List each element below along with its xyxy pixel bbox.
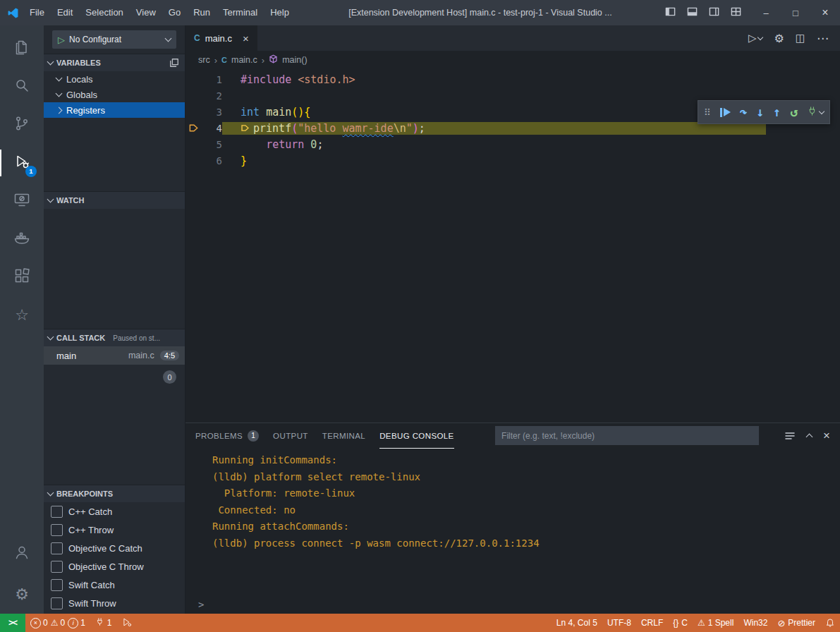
watch-section-header[interactable]: WATCH: [44, 191, 185, 209]
activity-extensions[interactable]: [0, 258, 44, 296]
activity-accounts[interactable]: [0, 535, 44, 573]
star-icon: ☆: [15, 308, 29, 323]
debug-status[interactable]: [117, 614, 137, 632]
run-or-debug-button[interactable]: ▷: [748, 32, 763, 44]
breakpoint-label: C++ Catch: [68, 506, 112, 517]
breakpoint-item[interactable]: C++ Catch: [44, 502, 185, 521]
panel-tab-terminal[interactable]: TERMINAL: [322, 423, 365, 449]
activity-settings[interactable]: ⚙: [0, 576, 44, 614]
breakpoint-checkbox[interactable]: [51, 506, 63, 518]
activity-explorer[interactable]: [0, 30, 44, 68]
breakpoint-item[interactable]: Swift Throw: [44, 594, 185, 612]
code-token: int: [241, 106, 266, 119]
maximize-button[interactable]: □: [781, 0, 810, 25]
code-token: return: [266, 138, 304, 151]
breadcrumb-symbol[interactable]: main(): [282, 55, 307, 65]
eol-status[interactable]: CRLF: [636, 614, 668, 632]
variables-item-registers[interactable]: Registers: [44, 102, 185, 118]
breakpoint-item[interactable]: Objective C Catch: [44, 539, 185, 557]
menu-terminal[interactable]: Terminal: [217, 0, 264, 25]
spell-status[interactable]: ⚠ 1 Spell: [693, 614, 738, 632]
code-token: ": [406, 122, 413, 135]
breakpoint-checkbox[interactable]: [51, 542, 63, 554]
console-filter-input[interactable]: [495, 426, 759, 445]
breakpoint-checkbox[interactable]: [51, 597, 63, 609]
menu-view[interactable]: View: [130, 0, 162, 25]
menu-run[interactable]: Run: [187, 0, 217, 25]
menu-help[interactable]: Help: [264, 0, 296, 25]
cursor-position[interactable]: Ln 4, Col 5: [552, 614, 602, 632]
breadcrumb-file[interactable]: main.c: [231, 55, 257, 65]
split-editor-icon[interactable]: ◫: [796, 32, 805, 44]
code-editor[interactable]: 1#include <stdio.h>23int main(){4printf(…: [185, 69, 840, 423]
toggle-panel-icon[interactable]: [687, 6, 698, 19]
activity-source-control[interactable]: [0, 106, 44, 144]
minimize-button[interactable]: –: [751, 0, 781, 25]
breakpoints-section-header[interactable]: BREAKPOINTS: [44, 485, 185, 502]
breakpoint-checkbox[interactable]: [51, 579, 63, 591]
encoding-status[interactable]: UTF-8: [602, 614, 636, 632]
close-panel-icon[interactable]: ×: [823, 429, 830, 443]
variables-item-locals[interactable]: Locals: [44, 71, 185, 87]
stack-frame-row[interactable]: main main.c 4:5: [44, 346, 185, 365]
more-actions-icon[interactable]: ⋯: [817, 31, 829, 46]
step-into-button[interactable]: ↓: [756, 106, 764, 119]
chevron-down-icon: [47, 334, 54, 341]
toggle-primary-sidebar-icon[interactable]: [665, 6, 676, 19]
activity-docker[interactable]: [0, 220, 44, 258]
debug-sidebar: ▷ No Configurat VARIABLES LocalsGlobalsR…: [44, 25, 185, 614]
problems-status[interactable]: ×0 ⚠0 i1: [25, 614, 90, 632]
maximize-panel-icon[interactable]: [807, 432, 812, 439]
call-stack-section-header[interactable]: CALL STACK Paused on st...: [44, 329, 185, 346]
disconnect-button[interactable]: [807, 106, 824, 119]
formatter-status[interactable]: ⊘ Prettier: [772, 614, 820, 632]
close-tab-icon[interactable]: ×: [243, 32, 249, 44]
breakpoint-item[interactable]: Swift Catch: [44, 576, 185, 594]
breakpoint-item[interactable]: C++ Throw: [44, 521, 185, 539]
activity-run-debug[interactable]: 1: [0, 144, 44, 182]
menu-edit[interactable]: Edit: [51, 0, 79, 25]
code-text: #include <stdio.h>: [222, 73, 766, 86]
code-line-1[interactable]: 1#include <stdio.h>: [185, 71, 840, 87]
variables-section-header[interactable]: VARIABLES: [44, 54, 185, 71]
step-over-button[interactable]: ↷: [740, 106, 748, 119]
language-mode[interactable]: {} C: [668, 614, 693, 632]
tab-main-c[interactable]: C main.c ×: [185, 25, 257, 51]
platform-status[interactable]: Win32: [738, 614, 772, 632]
customize-layout-icon[interactable]: [731, 6, 741, 19]
notifications-bell[interactable]: [820, 614, 840, 632]
step-out-button[interactable]: ↑: [773, 106, 781, 119]
code-line-5[interactable]: 5 return 0;: [185, 136, 840, 152]
restart-button[interactable]: ↺: [790, 106, 798, 119]
close-window-button[interactable]: ×: [810, 0, 840, 25]
code-text: printf("hello wamr-ide\n");: [222, 122, 766, 135]
menu-go[interactable]: Go: [162, 0, 187, 25]
panel-tab-problems[interactable]: PROBLEMS1: [195, 423, 259, 449]
activity-remote-explorer[interactable]: [0, 182, 44, 220]
variables-item-globals[interactable]: Globals: [44, 87, 185, 102]
breadcrumb-folder[interactable]: src: [198, 55, 210, 65]
current-line-arrow-icon[interactable]: [185, 123, 201, 133]
panel-tab-output[interactable]: OUTPUT: [273, 423, 308, 449]
breakpoint-checkbox[interactable]: [51, 524, 63, 536]
menu-selection[interactable]: Selection: [79, 0, 129, 25]
panel-tab-debug-console[interactable]: DEBUG CONSOLE: [379, 423, 454, 449]
settings-gear-icon[interactable]: ⚙: [774, 32, 784, 45]
toolbar-grip-icon[interactable]: ⠿: [704, 107, 711, 118]
start-debugging-icon[interactable]: ▷: [58, 35, 65, 45]
warning-icon: ⚠: [698, 618, 705, 628]
ports-status[interactable]: 1: [90, 614, 117, 632]
activity-favorites[interactable]: ☆: [0, 296, 44, 334]
breakpoint-checkbox[interactable]: [51, 561, 63, 573]
toggle-secondary-sidebar-icon[interactable]: [709, 6, 719, 19]
code-line-6[interactable]: 6}: [185, 152, 840, 169]
collapse-all-icon[interactable]: [169, 58, 179, 68]
activity-search[interactable]: [0, 68, 44, 106]
breakpoint-item[interactable]: Objective C Throw: [44, 557, 185, 576]
filter-lines-icon[interactable]: [784, 430, 796, 442]
remote-indicator[interactable]: ><: [0, 614, 25, 632]
continue-button[interactable]: [720, 108, 731, 117]
menu-file[interactable]: File: [23, 0, 51, 25]
debug-console-prompt[interactable]: >: [185, 595, 840, 614]
debug-config-dropdown[interactable]: ▷ No Configurat: [52, 30, 176, 49]
